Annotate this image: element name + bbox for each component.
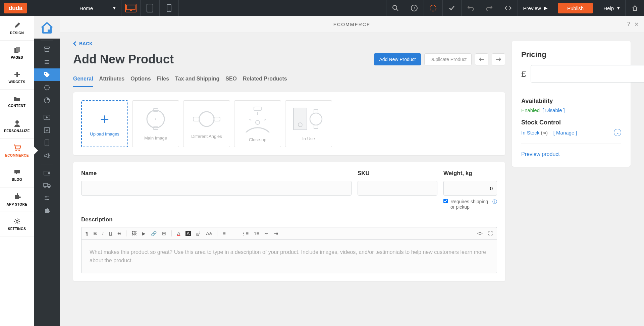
sec-store-icon[interactable] — [34, 43, 60, 56]
plus-icon: + — [100, 111, 109, 127]
sec-wallet-icon[interactable] — [34, 166, 60, 179]
sidebar-item-personalize[interactable]: PERSONALIZE — [0, 114, 34, 139]
back-button[interactable]: BACK — [73, 41, 505, 46]
sidebar-item-ecommerce[interactable]: ECOMMERCE — [0, 139, 34, 163]
weight-input[interactable] — [443, 181, 497, 196]
sec-video-icon[interactable] — [34, 111, 60, 124]
desktop-view-button[interactable] — [121, 0, 140, 16]
sec-tag-icon[interactable] — [34, 68, 60, 81]
sec-sliders-icon[interactable] — [34, 192, 60, 205]
sidebar-item-design[interactable]: DESIGN — [0, 16, 34, 41]
sidebar-item-pages[interactable]: PAGES — [0, 41, 34, 65]
close-icon[interactable]: ✕ — [634, 21, 639, 28]
sec-truck-icon[interactable] — [34, 179, 60, 192]
svg-point-40 — [45, 196, 47, 198]
svg-point-3 — [150, 11, 150, 11]
underline-icon[interactable]: U — [109, 231, 112, 236]
name-input[interactable] — [81, 181, 352, 196]
tab-options[interactable]: Options — [130, 76, 151, 87]
tab-related[interactable]: Related Products — [243, 76, 287, 87]
tab-general[interactable]: General — [73, 76, 93, 87]
image-slot-closeup[interactable]: Close-up — [234, 100, 281, 147]
help-icon[interactable]: ⓘ — [492, 199, 497, 205]
page-selector[interactable]: Home ▾ — [74, 5, 121, 11]
sidebar-item-blog[interactable]: BLOG — [0, 163, 34, 187]
disable-button[interactable]: [ Disable ] — [542, 107, 565, 113]
mobile-view-button[interactable] — [160, 0, 178, 16]
svg-rect-49 — [214, 117, 220, 121]
sidebar-item-appstore[interactable]: APP STORE — [0, 187, 34, 212]
fontcase-icon[interactable]: Aa — [206, 231, 212, 236]
hr-icon[interactable]: — — [231, 231, 236, 236]
help-icon[interactable]: ? — [627, 21, 630, 28]
paragraph-icon[interactable]: ¶ — [86, 231, 88, 236]
sec-list-icon[interactable] — [34, 56, 60, 68]
fullscreen-icon[interactable]: ⛶ — [488, 231, 493, 236]
image-icon[interactable]: 🖼 — [132, 231, 137, 236]
image-slot-inuse[interactable]: In Use — [285, 100, 332, 147]
strike-icon[interactable]: S — [118, 231, 121, 236]
comment-button[interactable]: ⋯ — [424, 0, 442, 16]
image-slot-angles[interactable]: Different Angles — [183, 100, 230, 147]
outdent-icon[interactable]: ⇤ — [265, 231, 269, 236]
sidebar-item-widgets[interactable]: WIDGETS — [0, 65, 34, 90]
align-icon[interactable]: ≡ — [223, 231, 225, 236]
details-card: Name SKU Weight, kg Require — [73, 162, 505, 281]
upload-images-button[interactable]: + Upload Images — [81, 100, 128, 147]
tabs: General Attributes Options Files Tax and… — [73, 76, 505, 87]
indent-icon[interactable]: ⇥ — [274, 231, 278, 236]
svg-point-14 — [15, 120, 19, 124]
table-icon[interactable]: ⊞ — [162, 231, 166, 236]
sidebar-label: BLOG — [12, 178, 22, 181]
preview-product-link[interactable]: Preview product — [521, 151, 560, 157]
undo-button[interactable] — [461, 0, 480, 16]
info-button[interactable]: i — [405, 0, 424, 16]
tab-files[interactable]: Files — [157, 76, 169, 87]
italic-icon[interactable]: I — [102, 231, 104, 236]
home-button[interactable] — [625, 0, 644, 16]
fontsize-icon[interactable]: a↕ — [196, 230, 201, 237]
link-icon[interactable]: 🔗 — [151, 231, 157, 236]
prev-arrow-button[interactable] — [475, 53, 488, 65]
next-arrow-button[interactable] — [492, 53, 505, 65]
tab-tax-shipping[interactable]: Tax and Shipping — [175, 76, 219, 87]
search-button[interactable] — [386, 0, 405, 16]
video-icon[interactable]: ▶ — [142, 231, 146, 236]
tab-seo[interactable]: SEO — [225, 76, 237, 87]
sec-facebook-icon[interactable] — [34, 124, 60, 137]
tablet-view-button[interactable] — [141, 0, 159, 16]
sec-piechart-icon[interactable] — [34, 94, 60, 107]
sec-mobile-icon[interactable] — [34, 137, 60, 149]
sidebar-item-settings[interactable]: SETTINGS — [0, 212, 34, 236]
code-icon[interactable]: <> — [477, 231, 483, 236]
chevron-down-icon: ▾ — [617, 5, 620, 11]
preview-button[interactable]: Preview ▶ — [518, 0, 553, 16]
duplicate-product-button[interactable]: Duplicate Product — [424, 53, 472, 65]
slot-label: Main Image — [144, 135, 167, 141]
highlight-icon[interactable]: A — [185, 231, 191, 236]
name-label: Name — [81, 170, 352, 177]
tab-attributes[interactable]: Attributes — [99, 76, 125, 87]
sec-target-icon[interactable] — [34, 81, 60, 94]
check-button[interactable] — [442, 0, 461, 16]
textcolor-icon[interactable]: A — [177, 231, 180, 236]
numbers-icon[interactable]: 1≡ — [254, 231, 259, 236]
shipping-checkbox[interactable] — [443, 199, 448, 203]
expand-stock-button[interactable]: ⌄ — [614, 129, 621, 136]
bold-icon[interactable]: B — [94, 231, 97, 236]
bullets-icon[interactable]: ⋮≡ — [241, 231, 249, 236]
sec-puzzle-icon[interactable] — [34, 205, 60, 217]
image-slot-main[interactable]: Main Image — [132, 100, 179, 147]
sec-home-button[interactable] — [34, 16, 60, 39]
sku-input[interactable] — [358, 181, 437, 196]
publish-button[interactable]: Publish — [558, 3, 593, 13]
dev-mode-button[interactable] — [499, 0, 518, 16]
help-button[interactable]: Help ▾ — [598, 0, 625, 16]
add-product-button[interactable]: Add New Product — [374, 53, 421, 65]
redo-button[interactable] — [480, 0, 499, 16]
price-input[interactable] — [531, 65, 644, 83]
description-editor[interactable]: What makes this product so great? Use th… — [81, 239, 497, 273]
manage-stock-button[interactable]: [ Manage ] — [553, 130, 577, 135]
sec-megaphone-icon[interactable] — [34, 149, 60, 162]
sidebar-item-content[interactable]: CONTENT — [0, 90, 34, 114]
